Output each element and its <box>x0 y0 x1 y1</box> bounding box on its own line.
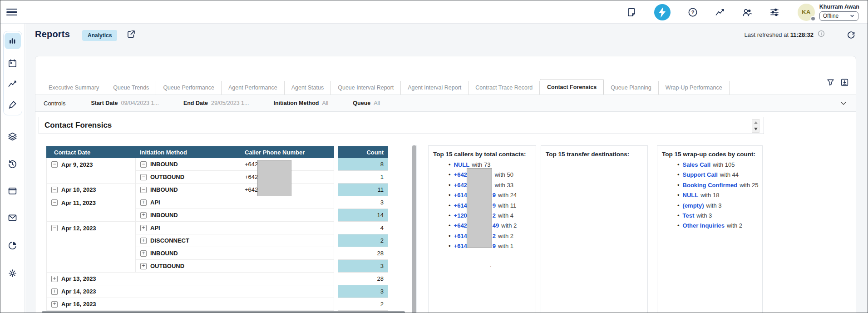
item-link[interactable]: +614 <box>454 233 467 239</box>
table-horizontal-scrollbar[interactable] <box>42 311 405 313</box>
item-link-suffix[interactable]: 9 <box>493 243 496 249</box>
tab-contract-trace-record[interactable]: Contract Trace Record <box>469 81 540 94</box>
metrics-icon[interactable] <box>715 7 725 17</box>
controls-collapse-chevron-icon[interactable] <box>839 99 848 108</box>
tab-queue-planning[interactable]: Queue Planning <box>604 81 659 94</box>
info-icon[interactable] <box>817 30 825 40</box>
expand-toggle-icon[interactable]: + <box>51 288 58 295</box>
hamburger-menu-icon[interactable] <box>6 7 17 17</box>
status-select[interactable]: Offline <box>819 11 858 21</box>
item-link[interactable]: +614 <box>454 202 467 209</box>
tab-agent-interval-report[interactable]: Agent Interval Report <box>401 81 469 94</box>
collapse-toggle-icon[interactable]: − <box>51 161 58 168</box>
filter-icon[interactable] <box>826 78 835 87</box>
tab-wrap-up-performance[interactable]: Wrap-Up Performance <box>659 81 730 94</box>
cell-count: 4 <box>338 222 388 234</box>
help-icon[interactable]: ? <box>688 7 698 17</box>
item-link-suffix[interactable]: 49 <box>493 222 499 229</box>
table-header: Contact Date Initiation Method Caller Ph… <box>46 146 388 158</box>
analytics-badge[interactable]: Analytics <box>82 30 117 41</box>
tab-queue-trends[interactable]: Queue Trends <box>106 81 156 94</box>
sidebar-item-reports-pie[interactable] <box>5 237 21 253</box>
collapse-toggle-icon[interactable]: − <box>140 174 147 180</box>
sidebar-item-reports[interactable] <box>5 33 21 49</box>
tab-executive-summary[interactable]: Executive Summary <box>42 81 106 94</box>
users-icon[interactable] <box>742 7 752 17</box>
expand-toggle-icon[interactable]: + <box>140 199 147 206</box>
control-end-date[interactable]: End Date29/05/2023 1... <box>183 100 249 106</box>
item-link[interactable]: Sales Call <box>683 161 710 168</box>
expand-toggle-icon[interactable]: + <box>140 212 147 219</box>
cell-contact-date: −Apr 10, 2023 <box>46 184 135 196</box>
item-link[interactable]: Test <box>683 212 695 219</box>
tab-agent-status[interactable]: Agent Status <box>285 81 331 94</box>
col-caller-phone[interactable]: Caller Phone Number <box>240 146 334 158</box>
tab-queue-performance[interactable]: Queue Performance <box>156 81 222 94</box>
table-vertical-scrollbar[interactable] <box>412 145 417 313</box>
item-link-suffix[interactable]: 9 <box>493 192 496 199</box>
sidebar <box>0 24 25 313</box>
col-initiation-method[interactable]: Initiation Method <box>135 146 240 158</box>
item-link[interactable]: Booking Confirmed <box>683 182 738 189</box>
tab-agent-performance[interactable]: Agent Performance <box>222 81 285 94</box>
tab-contact-forensics[interactable]: Contact Forensics <box>540 79 604 94</box>
expand-toggle-icon[interactable]: + <box>140 263 147 269</box>
control-start-date[interactable]: Start Date09/04/2023 1... <box>91 100 158 106</box>
notes-icon[interactable] <box>627 7 637 17</box>
item-link[interactable]: +614 <box>454 243 467 249</box>
sidebar-item-history[interactable] <box>5 156 21 172</box>
col-contact-date[interactable]: Contact Date <box>46 146 135 158</box>
insight-panel-3: Top 15 wrap-up codes by count:•Sales Cal… <box>657 145 763 313</box>
chevron-down-icon <box>849 13 855 19</box>
item-link-suffix[interactable]: 2 <box>493 233 496 239</box>
expand-toggle-icon[interactable]: + <box>51 276 58 282</box>
cell-contact-date: +Apr 16, 2023 <box>46 298 135 311</box>
sidebar-item-flows[interactable] <box>5 128 21 144</box>
page-title: Reports <box>35 29 70 40</box>
expand-toggle-icon[interactable]: + <box>140 238 147 244</box>
settings-sliders-icon[interactable] <box>769 7 779 17</box>
collapse-toggle-icon[interactable]: − <box>51 225 58 231</box>
cell-caller-phone <box>240 222 334 234</box>
col-count[interactable]: Count <box>338 146 388 158</box>
expand-toggle-icon[interactable]: + <box>51 301 58 308</box>
sidebar-item-mail[interactable] <box>5 209 21 226</box>
avatar[interactable]: KA <box>798 4 815 21</box>
table-row: +INBOUND28 <box>46 247 388 260</box>
collapse-toggle-icon[interactable]: − <box>140 161 147 168</box>
sidebar-item-settings[interactable] <box>5 265 21 281</box>
tab-queue-interval-report[interactable]: Queue Interval Report <box>331 81 401 94</box>
table-row: −Apr 11, 2023+API3 <box>46 196 388 209</box>
collapse-toggle-icon[interactable]: − <box>51 199 58 206</box>
panel-title: Top 15 callers by total contacts: <box>429 146 536 158</box>
item-link-suffix[interactable]: 9 <box>493 202 496 209</box>
item-link-suffix[interactable]: 2 <box>493 212 496 219</box>
panel-title: Top 15 transfer destinations: <box>541 146 647 158</box>
item-link[interactable]: +642 <box>454 222 467 229</box>
item-link[interactable]: Support Call <box>683 171 718 178</box>
sidebar-item-metrics[interactable] <box>5 75 21 92</box>
item-link[interactable]: Other Inquiries <box>683 222 725 229</box>
external-link-icon[interactable] <box>126 30 136 39</box>
control-initiation-method[interactable]: Initiation MethodAll <box>273 100 328 106</box>
refresh-icon[interactable] <box>846 30 856 40</box>
sidebar-item-design[interactable] <box>5 96 21 113</box>
collapse-toggle-icon[interactable]: − <box>140 187 147 193</box>
expand-toggle-icon[interactable]: + <box>140 225 147 231</box>
sidebar-item-schedule[interactable] <box>5 55 21 71</box>
quick-actions-icon[interactable] <box>654 4 671 20</box>
item-link[interactable]: NULL <box>454 161 470 168</box>
download-icon[interactable] <box>840 78 849 87</box>
item-link[interactable]: +120 <box>454 212 467 219</box>
item-link[interactable]: +642 <box>454 171 467 178</box>
control-queue[interactable]: QueueAll <box>353 100 380 106</box>
item-link[interactable]: +614 <box>454 192 467 199</box>
item-link[interactable]: NULL <box>683 192 699 199</box>
sidebar-item-channels[interactable] <box>5 183 21 199</box>
expand-toggle-icon[interactable]: + <box>140 250 147 257</box>
cell-merged-empty <box>135 285 334 298</box>
item-link[interactable]: +642 <box>454 182 467 189</box>
collapse-toggle-icon[interactable]: − <box>51 187 58 193</box>
item-link[interactable]: (empty) <box>683 202 704 209</box>
section-spinner[interactable] <box>752 119 760 133</box>
